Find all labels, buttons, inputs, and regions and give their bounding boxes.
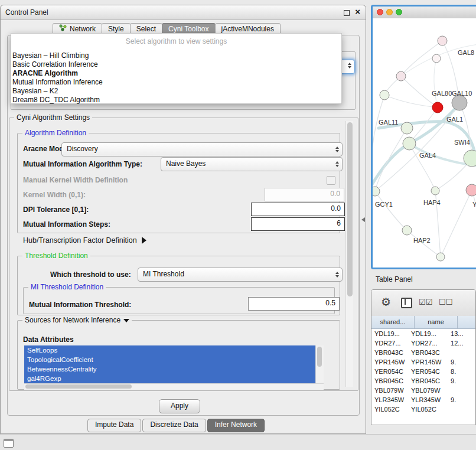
scrollbar-thumb[interactable] <box>25 384 132 389</box>
restore-panel-icon[interactable] <box>4 439 14 448</box>
network-node[interactable] <box>402 226 412 235</box>
attribute-item[interactable]: TopologicalCoefficient <box>24 355 316 364</box>
network-node[interactable] <box>401 122 413 134</box>
node-label-swi4: SWI4 <box>454 139 470 146</box>
table-row[interactable]: YBR045CYBR045C9. <box>371 376 475 386</box>
bottom-tab-infer-network[interactable]: Infer Network <box>207 419 265 432</box>
attribute-item[interactable]: BetweennessCentrality <box>24 364 316 374</box>
attributes-vertical-scrollbar[interactable] <box>315 345 324 384</box>
which-threshold-select[interactable]: MI Threshold <box>138 268 343 282</box>
select-all-icon[interactable]: ☑☑ <box>419 298 432 306</box>
algorithm-option[interactable]: ARACNE Algorithm <box>11 69 341 78</box>
mi-threshold-field[interactable]: 0.5 <box>248 297 340 311</box>
mi-steps-label: Mutual Information Steps: <box>23 219 110 230</box>
scrollbar-thumb[interactable] <box>317 347 322 367</box>
table-cell: YDR27... <box>371 338 408 348</box>
network-edge[interactable] <box>379 122 474 151</box>
node-label-gcy1: GCY1 <box>375 201 393 208</box>
network-node[interactable] <box>403 137 416 150</box>
float-window-icon[interactable] <box>344 10 350 16</box>
table-cell: YLR345W <box>371 395 408 405</box>
settings-scrollbar-thumb[interactable] <box>347 122 353 296</box>
mi-algorithm-type-value: Naive Bayes <box>166 159 206 168</box>
table-row[interactable]: YBR043CYBR043C <box>371 348 475 357</box>
node-label-gal4: GAL4 <box>419 152 436 159</box>
table-cell: YBR045C <box>408 376 445 386</box>
network-node[interactable] <box>373 187 380 196</box>
table-row[interactable]: YLR345WYLR345W9. <box>371 395 475 405</box>
table-row[interactable]: YDL19...YDL19...13... <box>371 329 475 338</box>
table-row[interactable]: YIL052CYIL052C <box>371 405 475 414</box>
attributes-horizontal-scrollbar[interactable] <box>24 383 324 390</box>
table-cell: YDR27... <box>408 338 445 348</box>
node-label-gal10: GAL10 <box>452 90 472 97</box>
aracne-mode-value: Discovery <box>67 145 98 153</box>
node-label-gal1: GAL1 <box>446 116 463 123</box>
algorithm-definition-title: Algorithm Definition <box>22 129 89 137</box>
algorithm-option[interactable]: Bayesian – Hill Climbing <box>11 51 341 60</box>
expand-arrow-icon[interactable] <box>142 237 146 244</box>
manual-kernel-width-label: Manual Kernel Width Definition <box>23 174 128 186</box>
algorithm-option[interactable]: Basic Correlation Inference <box>11 60 341 69</box>
apply-button[interactable]: Apply <box>159 399 200 413</box>
bottom-tab-impute-data[interactable]: Impute Data <box>87 419 141 432</box>
network-canvas[interactable]: GAL8GAL80GAL10GAL11GAL1SWI4GAL4GCY1HAP4Y… <box>373 18 476 268</box>
close-window-icon[interactable] <box>377 9 383 15</box>
table-row[interactable]: YBL079WYBL079W <box>371 386 475 395</box>
algorithm-option[interactable]: Mutual Information Inference <box>11 78 341 87</box>
columns-icon[interactable] <box>401 298 412 308</box>
network-node[interactable] <box>431 187 439 195</box>
network-node[interactable] <box>466 184 476 196</box>
zoom-window-icon[interactable] <box>396 9 402 15</box>
node-label-hap2: HAP2 <box>413 237 431 244</box>
column-header[interactable]: shared... <box>371 316 415 329</box>
manual-kernel-width-checkbox[interactable] <box>327 176 335 185</box>
network-node[interactable] <box>380 90 389 100</box>
close-panel-icon[interactable]: × <box>355 6 360 17</box>
network-node[interactable] <box>436 253 445 261</box>
sources-title[interactable]: Sources for Network Inference <box>22 316 132 324</box>
network-edge[interactable] <box>441 190 472 257</box>
table-row[interactable]: YDR27...YDR27...12... <box>371 338 475 348</box>
network-edge[interactable] <box>434 58 438 107</box>
table-cell: YBR045C <box>371 376 408 386</box>
collapse-arrow-icon[interactable] <box>123 319 129 322</box>
network-view-window: GAL8GAL80GAL10GAL11GAL1SWI4GAL4GCY1HAP4Y… <box>371 5 476 269</box>
gear-icon[interactable]: ⚙ <box>381 295 391 309</box>
network-window-titlebar <box>373 6 476 19</box>
network-edge[interactable] <box>409 107 438 144</box>
attribute-item[interactable]: SelfLoops <box>24 345 316 355</box>
aracne-mode-select[interactable]: Discovery <box>61 142 343 156</box>
table-cell: YDL19... <box>408 329 445 338</box>
settings-scrollbar[interactable] <box>345 121 353 387</box>
mi-algorithm-type-label: Mutual Information Algorithm Type: <box>23 158 142 170</box>
deselect-all-icon[interactable]: ☐☐ <box>439 298 452 306</box>
threshold-definition-title: Threshold Definition <box>22 252 90 260</box>
minimize-window-icon[interactable] <box>386 9 393 15</box>
panel-splitter-arrow-icon[interactable] <box>361 217 365 222</box>
algorithm-option[interactable]: Bayesian – K2 <box>11 87 341 96</box>
network-node[interactable] <box>438 36 447 45</box>
network-node[interactable] <box>432 102 443 113</box>
algorithm-option[interactable]: Dream8 DC_TDC Algorithm <box>11 96 341 105</box>
bottom-tab-discretize-data[interactable]: Discretize Data <box>142 419 206 432</box>
kernel-width-field[interactable]: 0.0 <box>265 188 344 201</box>
mi-algorithm-type-select[interactable]: Naive Bayes <box>161 157 343 171</box>
table-row[interactable]: YER054CYER054C8. <box>371 367 475 376</box>
hub-definition-section[interactable]: Hub/Transcription Factor Definition <box>23 236 146 244</box>
mi-threshold-label: Mutual Information Threshold: <box>29 299 131 311</box>
settings-group-title: Cyni Algorithm Settings <box>14 113 92 122</box>
network-node[interactable] <box>432 54 441 63</box>
column-header[interactable] <box>458 316 476 329</box>
column-header[interactable]: name <box>415 316 458 329</box>
node-label-gal8: GAL8 <box>458 49 474 56</box>
table-row[interactable]: YPR145WYPR145W9. <box>371 357 475 367</box>
mi-steps-field[interactable]: 6 <box>251 217 345 231</box>
control-panel-titlebar: Control Panel × <box>1 5 366 20</box>
network-edge[interactable] <box>375 191 407 230</box>
network-canvas-svg: GAL8GAL80GAL10GAL11GAL1SWI4GAL4GCY1HAP4Y… <box>373 18 476 268</box>
attribute-item[interactable]: gal4RGexp <box>24 374 316 383</box>
network-node[interactable] <box>452 95 467 110</box>
dpi-tolerance-field[interactable]: 0.0 <box>251 203 345 216</box>
network-node[interactable] <box>396 71 406 81</box>
